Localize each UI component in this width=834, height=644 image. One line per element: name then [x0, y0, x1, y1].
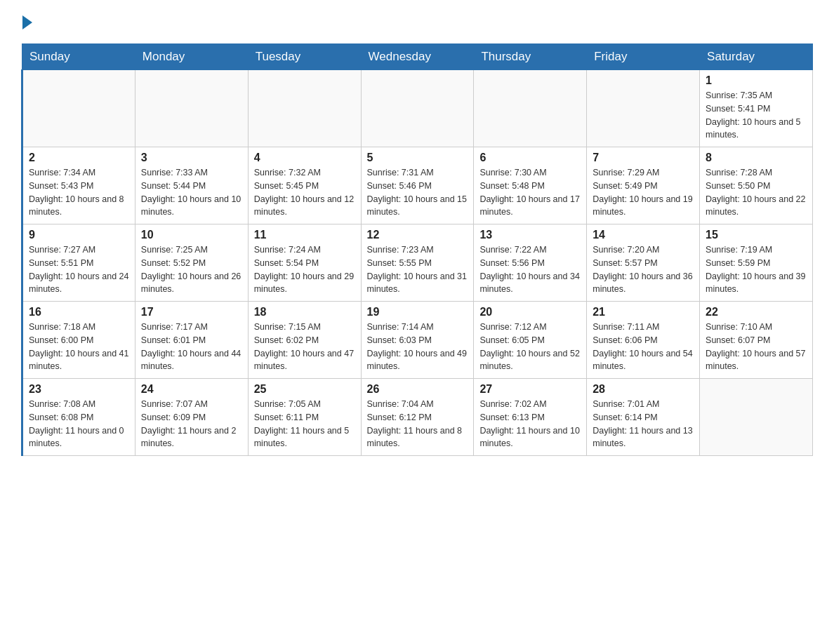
table-row: 11Sunrise: 7:24 AMSunset: 5:54 PMDayligh…: [248, 224, 361, 302]
day-info: Sunrise: 7:14 AMSunset: 6:03 PMDaylight:…: [367, 321, 468, 373]
table-row: 5Sunrise: 7:31 AMSunset: 5:46 PMDaylight…: [361, 147, 474, 224]
table-row: 10Sunrise: 7:25 AMSunset: 5:52 PMDayligh…: [135, 224, 248, 302]
day-number: 25: [254, 383, 355, 396]
day-info: Sunrise: 7:32 AMSunset: 5:45 PMDaylight:…: [254, 166, 355, 219]
col-tuesday: Tuesday: [248, 44, 361, 70]
col-thursday: Thursday: [474, 44, 587, 70]
day-info: Sunrise: 7:22 AMSunset: 5:56 PMDaylight:…: [479, 243, 581, 296]
day-number: 13: [479, 229, 581, 241]
table-row: [22, 70, 135, 147]
day-number: 18: [254, 306, 355, 318]
day-info: Sunrise: 7:05 AMSunset: 6:11 PMDaylight:…: [254, 398, 355, 450]
day-number: 19: [367, 306, 468, 318]
table-row: 23Sunrise: 7:08 AMSunset: 6:08 PMDayligh…: [22, 379, 135, 456]
table-row: 16Sunrise: 7:18 AMSunset: 6:00 PMDayligh…: [22, 302, 135, 379]
col-sunday: Sunday: [22, 44, 135, 70]
day-info: Sunrise: 7:15 AMSunset: 6:02 PMDaylight:…: [254, 321, 355, 373]
table-row: 27Sunrise: 7:02 AMSunset: 6:13 PMDayligh…: [474, 379, 587, 456]
day-info: Sunrise: 7:20 AMSunset: 5:57 PMDaylight:…: [593, 243, 694, 296]
day-number: 15: [706, 229, 807, 241]
day-number: 1: [706, 74, 807, 87]
day-number: 9: [29, 229, 129, 241]
table-row: 9Sunrise: 7:27 AMSunset: 5:51 PMDaylight…: [22, 224, 135, 302]
col-friday: Friday: [587, 44, 700, 70]
table-row: 13Sunrise: 7:22 AMSunset: 5:56 PMDayligh…: [474, 224, 587, 302]
table-row: 28Sunrise: 7:01 AMSunset: 6:14 PMDayligh…: [587, 379, 700, 456]
day-number: 28: [593, 383, 694, 396]
day-info: Sunrise: 7:10 AMSunset: 6:07 PMDaylight:…: [706, 321, 807, 373]
day-info: Sunrise: 7:25 AMSunset: 5:52 PMDaylight:…: [141, 243, 242, 296]
col-wednesday: Wednesday: [361, 44, 474, 70]
calendar-week-1: 1Sunrise: 7:35 AMSunset: 5:41 PMDaylight…: [22, 70, 813, 147]
logo: [21, 14, 32, 29]
table-row: 3Sunrise: 7:33 AMSunset: 5:44 PMDaylight…: [135, 147, 248, 224]
day-number: 10: [141, 229, 242, 241]
day-number: 26: [367, 383, 468, 396]
day-number: 17: [141, 306, 242, 318]
day-info: Sunrise: 7:11 AMSunset: 6:06 PMDaylight:…: [593, 321, 694, 373]
day-number: 14: [593, 229, 694, 241]
day-info: Sunrise: 7:31 AMSunset: 5:46 PMDaylight:…: [367, 166, 468, 219]
day-info: Sunrise: 7:23 AMSunset: 5:55 PMDaylight:…: [367, 243, 468, 296]
day-info: Sunrise: 7:34 AMSunset: 5:43 PMDaylight:…: [29, 166, 129, 219]
table-row: [361, 70, 474, 147]
table-row: [700, 379, 813, 456]
day-info: Sunrise: 7:08 AMSunset: 6:08 PMDaylight:…: [29, 398, 129, 450]
table-row: [135, 70, 248, 147]
page-header: [21, 14, 813, 29]
day-number: 24: [141, 383, 242, 396]
day-number: 4: [254, 152, 355, 164]
day-info: Sunrise: 7:01 AMSunset: 6:14 PMDaylight:…: [593, 398, 694, 450]
day-info: Sunrise: 7:29 AMSunset: 5:49 PMDaylight:…: [593, 166, 694, 219]
day-info: Sunrise: 7:02 AMSunset: 6:13 PMDaylight:…: [479, 398, 581, 450]
table-row: 1Sunrise: 7:35 AMSunset: 5:41 PMDaylight…: [700, 70, 813, 147]
day-number: 21: [593, 306, 694, 318]
day-info: Sunrise: 7:35 AMSunset: 5:41 PMDaylight:…: [706, 89, 807, 142]
table-row: 21Sunrise: 7:11 AMSunset: 6:06 PMDayligh…: [587, 302, 700, 379]
calendar-header-row: Sunday Monday Tuesday Wednesday Thursday…: [22, 44, 813, 70]
calendar-week-3: 9Sunrise: 7:27 AMSunset: 5:51 PMDaylight…: [22, 224, 813, 302]
table-row: 6Sunrise: 7:30 AMSunset: 5:48 PMDaylight…: [474, 147, 587, 224]
table-row: [587, 70, 700, 147]
table-row: 2Sunrise: 7:34 AMSunset: 5:43 PMDaylight…: [22, 147, 135, 224]
table-row: [248, 70, 361, 147]
day-info: Sunrise: 7:04 AMSunset: 6:12 PMDaylight:…: [367, 398, 468, 450]
table-row: 8Sunrise: 7:28 AMSunset: 5:50 PMDaylight…: [700, 147, 813, 224]
day-number: 2: [29, 152, 129, 164]
table-row: 18Sunrise: 7:15 AMSunset: 6:02 PMDayligh…: [248, 302, 361, 379]
table-row: 25Sunrise: 7:05 AMSunset: 6:11 PMDayligh…: [248, 379, 361, 456]
day-number: 7: [593, 152, 694, 164]
table-row: [474, 70, 587, 147]
day-info: Sunrise: 7:30 AMSunset: 5:48 PMDaylight:…: [479, 166, 581, 219]
calendar-week-5: 23Sunrise: 7:08 AMSunset: 6:08 PMDayligh…: [22, 379, 813, 456]
day-info: Sunrise: 7:19 AMSunset: 5:59 PMDaylight:…: [706, 243, 807, 296]
day-info: Sunrise: 7:18 AMSunset: 6:00 PMDaylight:…: [29, 321, 129, 373]
day-number: 12: [367, 229, 468, 241]
day-number: 27: [479, 383, 581, 396]
table-row: 24Sunrise: 7:07 AMSunset: 6:09 PMDayligh…: [135, 379, 248, 456]
table-row: 22Sunrise: 7:10 AMSunset: 6:07 PMDayligh…: [700, 302, 813, 379]
table-row: 7Sunrise: 7:29 AMSunset: 5:49 PMDaylight…: [587, 147, 700, 224]
table-row: 14Sunrise: 7:20 AMSunset: 5:57 PMDayligh…: [587, 224, 700, 302]
table-row: 15Sunrise: 7:19 AMSunset: 5:59 PMDayligh…: [700, 224, 813, 302]
day-info: Sunrise: 7:24 AMSunset: 5:54 PMDaylight:…: [254, 243, 355, 296]
table-row: 17Sunrise: 7:17 AMSunset: 6:01 PMDayligh…: [135, 302, 248, 379]
day-number: 11: [254, 229, 355, 241]
day-info: Sunrise: 7:28 AMSunset: 5:50 PMDaylight:…: [706, 166, 807, 219]
day-number: 23: [29, 383, 129, 396]
day-number: 16: [29, 306, 129, 318]
day-info: Sunrise: 7:12 AMSunset: 6:05 PMDaylight:…: [479, 321, 581, 373]
day-number: 3: [141, 152, 242, 164]
calendar-table: Sunday Monday Tuesday Wednesday Thursday…: [21, 43, 813, 456]
day-info: Sunrise: 7:07 AMSunset: 6:09 PMDaylight:…: [141, 398, 242, 450]
day-info: Sunrise: 7:33 AMSunset: 5:44 PMDaylight:…: [141, 166, 242, 219]
col-monday: Monday: [135, 44, 248, 70]
logo-arrow-icon: [22, 15, 32, 29]
calendar-week-4: 16Sunrise: 7:18 AMSunset: 6:00 PMDayligh…: [22, 302, 813, 379]
day-info: Sunrise: 7:17 AMSunset: 6:01 PMDaylight:…: [141, 321, 242, 373]
day-number: 8: [706, 152, 807, 164]
calendar-week-2: 2Sunrise: 7:34 AMSunset: 5:43 PMDaylight…: [22, 147, 813, 224]
col-saturday: Saturday: [700, 44, 813, 70]
day-number: 6: [479, 152, 581, 164]
table-row: 26Sunrise: 7:04 AMSunset: 6:12 PMDayligh…: [361, 379, 474, 456]
